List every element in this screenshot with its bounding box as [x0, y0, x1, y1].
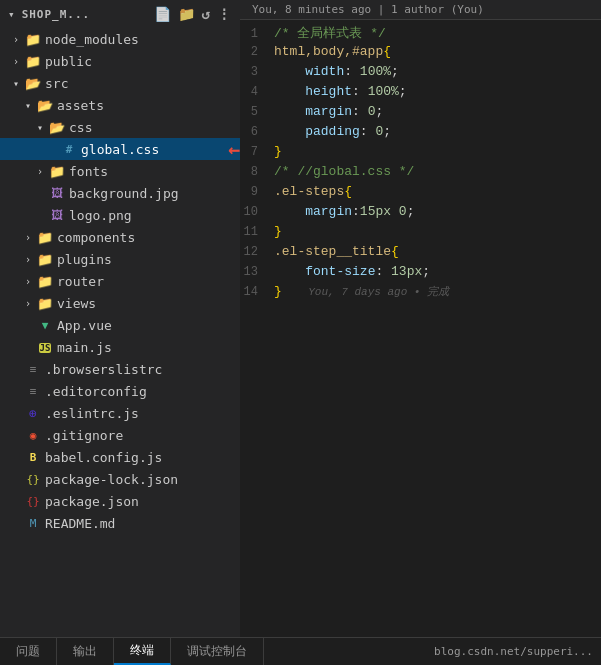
tree-item-label: package.json: [45, 494, 240, 509]
folder-icon: 📂: [24, 76, 42, 91]
tree-item-assets[interactable]: ▾📂assets: [0, 94, 240, 116]
json-icon: {}: [24, 472, 42, 486]
folder-icon: 📁: [48, 164, 66, 179]
tree-item-src[interactable]: ▾📂src: [0, 72, 240, 94]
vue-icon: ▼: [36, 318, 54, 332]
code-line: 1/* 全局样式表 */: [240, 24, 601, 44]
tree-item-label: .eslintrc.js: [45, 406, 240, 421]
tree-item-label: .browserslistrc: [45, 362, 240, 377]
new-folder-icon[interactable]: 📁: [178, 6, 196, 22]
tree-item-label: fonts: [69, 164, 240, 179]
line-content: margin: 0;: [274, 104, 593, 119]
line-number: 13: [240, 265, 274, 279]
md-icon: M: [24, 516, 42, 530]
tree-item-package.json[interactable]: {}package.json: [0, 490, 240, 512]
tree-item-.gitignore[interactable]: ◉.gitignore: [0, 424, 240, 446]
line-number: 7: [240, 145, 274, 159]
main-area: ▾ SHOP_M... 📄 📁 ↺ ⋮ ›📁node_modules›📁publ…: [0, 0, 601, 637]
line-number: 5: [240, 105, 274, 119]
tree-item-label: .editorconfig: [45, 384, 240, 399]
file-tree: ›📁node_modules›📁public▾📂src▾📂assets▾📂css…: [0, 28, 240, 534]
code-line: 9.el-steps{: [240, 184, 601, 204]
tree-item-label: router: [57, 274, 240, 289]
chevron-icon: ▾: [32, 122, 48, 133]
folder-icon: 📂: [48, 120, 66, 135]
tree-item-label: logo.png: [69, 208, 240, 223]
tree-item-components[interactable]: ›📁components: [0, 226, 240, 248]
tree-item-label: views: [57, 296, 240, 311]
bottom-bar: 问题输出终端调试控制台 blog.csdn.net/supperi...: [0, 637, 601, 665]
line-content: }: [274, 144, 593, 159]
red-arrow-icon: ←: [228, 137, 240, 161]
code-line: 6 padding: 0;: [240, 124, 601, 144]
tree-item-node_modules[interactable]: ›📁node_modules: [0, 28, 240, 50]
tree-item-babel.config.js[interactable]: Bbabel.config.js: [0, 446, 240, 468]
tree-item-router[interactable]: ›📁router: [0, 270, 240, 292]
folder-icon: 📂: [36, 98, 54, 113]
git-icon: ◉: [24, 428, 42, 442]
line-number: 11: [240, 225, 274, 239]
tree-item-label: background.jpg: [69, 186, 240, 201]
tree-item-label: plugins: [57, 252, 240, 267]
sidebar: ▾ SHOP_M... 📄 📁 ↺ ⋮ ›📁node_modules›📁publ…: [0, 0, 240, 637]
folder-icon: 📁: [36, 252, 54, 267]
editor-info-bar: You, 8 minutes ago | 1 author (You): [240, 0, 601, 20]
line-number: 3: [240, 65, 274, 79]
tree-item-README.md[interactable]: MREADME.md: [0, 512, 240, 534]
tree-item-label: main.js: [57, 340, 240, 355]
bottom-tab-debug[interactable]: 调试控制台: [171, 638, 264, 665]
img-icon: 🖼: [48, 186, 66, 200]
tree-item-public[interactable]: ›📁public: [0, 50, 240, 72]
tree-item-label: README.md: [45, 516, 240, 531]
tree-item-label: node_modules: [45, 32, 240, 47]
line-number: 1: [240, 27, 274, 41]
new-file-icon[interactable]: 📄: [154, 6, 172, 22]
tree-item-package-lock.json[interactable]: {}package-lock.json: [0, 468, 240, 490]
folder-icon: 📁: [24, 54, 42, 69]
bottom-right-link: blog.csdn.net/supperi...: [264, 645, 601, 658]
tree-item-fonts[interactable]: ›📁fonts: [0, 160, 240, 182]
tree-item-App.vue[interactable]: ▼App.vue: [0, 314, 240, 336]
chevron-icon: ›: [20, 254, 36, 265]
folder-icon: 📁: [36, 296, 54, 311]
line-content: } You, 7 days ago • 完成: [274, 284, 593, 299]
chevron-icon: ›: [20, 232, 36, 243]
tree-item-global.css[interactable]: #global.css←: [0, 138, 240, 160]
bottom-tab-output[interactable]: 输出: [57, 638, 114, 665]
tree-item-plugins[interactable]: ›📁plugins: [0, 248, 240, 270]
tree-item-.editorconfig[interactable]: ≡.editorconfig: [0, 380, 240, 402]
line-number: 9: [240, 185, 274, 199]
line-number: 4: [240, 85, 274, 99]
refresh-icon[interactable]: ↺: [202, 6, 211, 22]
tree-item-label: global.css: [81, 142, 224, 157]
code-line: 10 margin:15px 0;: [240, 204, 601, 224]
sidebar-icons: 📄 📁 ↺ ⋮: [154, 6, 232, 22]
sidebar-chevron[interactable]: ▾: [8, 8, 16, 21]
tree-item-label: public: [45, 54, 240, 69]
tree-item-main.js[interactable]: JSmain.js: [0, 336, 240, 358]
tree-item-logo.png[interactable]: 🖼logo.png: [0, 204, 240, 226]
config-icon: ≡: [24, 362, 42, 376]
code-line: 5 margin: 0;: [240, 104, 601, 124]
tree-item-.eslintrc.js[interactable]: ⊕.eslintrc.js: [0, 402, 240, 424]
tree-item-.browserslistrc[interactable]: ≡.browserslistrc: [0, 358, 240, 380]
editor-area: You, 8 minutes ago | 1 author (You) 1/* …: [240, 0, 601, 637]
line-content: margin:15px 0;: [274, 204, 593, 219]
babel-icon: B: [24, 450, 42, 464]
tree-item-background.jpg[interactable]: 🖼background.jpg: [0, 182, 240, 204]
bottom-tab-terminal[interactable]: 终端: [114, 638, 171, 665]
chevron-icon: ›: [8, 34, 24, 45]
bottom-tab-problems[interactable]: 问题: [0, 638, 57, 665]
code-view[interactable]: 1/* 全局样式表 */2html,body,#app{3 width: 100…: [240, 20, 601, 637]
tree-item-label: package-lock.json: [45, 472, 240, 487]
chevron-icon: ▾: [20, 100, 36, 111]
bottom-tabs: 问题输出终端调试控制台: [0, 638, 264, 665]
collapse-all-icon[interactable]: ⋮: [217, 6, 232, 22]
tree-item-css[interactable]: ▾📂css: [0, 116, 240, 138]
js-icon: JS: [36, 340, 54, 354]
line-number: 2: [240, 45, 274, 59]
line-content: width: 100%;: [274, 64, 593, 79]
line-number: 8: [240, 165, 274, 179]
code-line: 4 height: 100%;: [240, 84, 601, 104]
tree-item-views[interactable]: ›📁views: [0, 292, 240, 314]
